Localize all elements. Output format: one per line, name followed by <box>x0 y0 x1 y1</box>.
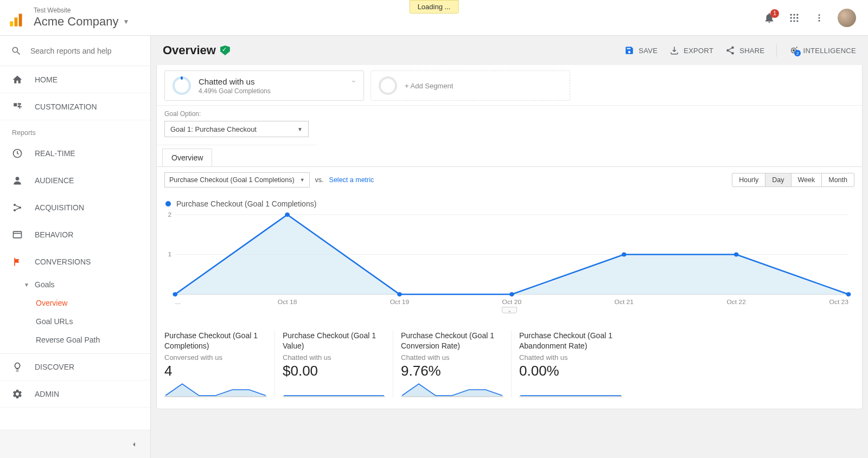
bulb-icon <box>12 362 23 372</box>
search-icon <box>11 46 22 56</box>
segment-card[interactable]: Chatted with us 4.49% Goal Completions ⌄ <box>164 70 364 101</box>
svg-text:2: 2 <box>168 211 171 217</box>
svg-text:Oct 22: Oct 22 <box>726 299 746 305</box>
nav-home[interactable]: HOME <box>0 66 150 93</box>
metric-card[interactable]: Purchase Checkout (Goal 1 Conversion Rat… <box>401 331 512 398</box>
nav-label: CONVERSIONS <box>35 257 91 266</box>
nav-label: ADMIN <box>35 390 59 398</box>
search-bar[interactable] <box>0 36 150 66</box>
add-segment-button[interactable]: + Add Segment <box>371 70 570 101</box>
nav-admin[interactable]: ADMIN <box>0 380 150 408</box>
svg-point-11 <box>796 20 798 22</box>
svg-point-9 <box>790 20 792 22</box>
add-segment-label: + Add Segment <box>405 82 453 90</box>
svg-point-19 <box>16 177 20 180</box>
nav-label: Goals <box>35 280 55 289</box>
gear-icon <box>12 389 23 399</box>
nav-goals-overview[interactable]: Overview <box>0 294 150 312</box>
nav-acquisition[interactable]: ACQUISITION <box>0 194 150 221</box>
caret-down-icon: ▼ <box>123 18 130 25</box>
nav-realtime[interactable]: REAL-TIME <box>0 140 150 167</box>
nav-behavior[interactable]: BEHAVIOR <box>0 221 150 248</box>
metric-dropdown[interactable]: Purchase Checkout (Goal 1 Completions) ▼ <box>164 172 310 188</box>
person-icon <box>12 175 23 186</box>
svg-rect-16 <box>18 103 21 105</box>
svg-point-24 <box>731 47 734 49</box>
svg-text:Oct 18: Oct 18 <box>278 299 297 305</box>
shield-verified-icon <box>220 46 230 55</box>
granularity-month[interactable]: Month <box>821 173 854 186</box>
svg-point-14 <box>819 20 820 21</box>
card-value: 9.76% <box>401 363 503 379</box>
nav-customization[interactable]: CUSTOMIZATION <box>0 93 150 120</box>
legend-dot-icon <box>165 201 171 207</box>
home-icon <box>12 74 23 85</box>
nav-discover[interactable]: DISCOVER <box>0 353 150 380</box>
svg-text:Oct 23: Oct 23 <box>829 299 849 305</box>
sparkline <box>164 382 267 398</box>
main-content: Overview SAVE EXPORT SHARE <box>151 36 868 458</box>
nav-goals[interactable]: ▼ Goals <box>0 275 150 294</box>
svg-point-6 <box>790 17 792 18</box>
card-value: 0.00% <box>519 363 622 379</box>
svg-rect-15 <box>14 103 17 106</box>
save-button[interactable]: SAVE <box>624 46 658 55</box>
svg-point-36 <box>397 292 402 296</box>
tabs: Overview <box>157 145 862 167</box>
nav-label: DISCOVER <box>35 363 74 371</box>
dropdown-value: Goal 1: Purchase Checkout <box>170 125 257 133</box>
action-label: INTELLIGENCE <box>803 47 856 55</box>
metric-card[interactable]: Purchase Checkout (Goal 1 Completions) C… <box>164 331 275 398</box>
svg-rect-1 <box>15 17 18 26</box>
chart-legend-label: Purchase Checkout (Goal 1 Completions) <box>176 199 316 208</box>
svg-point-13 <box>819 17 820 18</box>
nav-reverse-goal-path[interactable]: Reverse Goal Path <box>0 331 150 349</box>
share-button[interactable]: SHARE <box>725 46 764 55</box>
analytics-icon <box>9 12 24 28</box>
collapse-sidebar-button[interactable] <box>0 430 150 458</box>
caret-down-icon: ▼ <box>300 177 305 183</box>
intelligence-button[interactable]: 2 INTELLIGENCE <box>789 46 856 55</box>
nav-label: ACQUISITION <box>35 203 84 212</box>
card-subtitle: Chatted with us <box>283 353 385 362</box>
svg-point-40 <box>846 292 851 296</box>
select-metric-link[interactable]: Select a metric <box>329 176 374 184</box>
chart-expand-handle[interactable]: ⌄ <box>502 307 517 313</box>
nav-label: Overview <box>36 299 67 307</box>
ga-logo <box>7 8 26 28</box>
property-selector[interactable]: Test Website Acme Company ▼ <box>34 7 129 29</box>
action-label: SAVE <box>639 47 658 55</box>
card-title: Purchase Checkout (Goal 1 Completions) <box>164 331 267 351</box>
flag-icon <box>12 256 23 267</box>
segment-title: Chatted with us <box>199 77 271 86</box>
goal-option-dropdown[interactable]: Goal 1: Purchase Checkout ▼ <box>164 121 309 137</box>
nav-conversions[interactable]: CONVERSIONS <box>0 248 150 275</box>
granularity-day[interactable]: Day <box>765 173 790 186</box>
notifications-icon[interactable]: 1 <box>763 11 776 24</box>
avatar[interactable] <box>838 9 856 27</box>
nav-goal-urls[interactable]: Goal URLs <box>0 312 150 331</box>
account-name: Acme Company <box>34 15 119 29</box>
search-input[interactable] <box>30 47 139 55</box>
metric-card[interactable]: Purchase Checkout (Goal 1 Abandonment Ra… <box>519 331 630 398</box>
customization-icon <box>12 102 23 112</box>
svg-point-3 <box>790 14 792 15</box>
export-button[interactable]: EXPORT <box>669 46 713 55</box>
tab-overview[interactable]: Overview <box>162 149 212 166</box>
svg-point-35 <box>285 212 290 217</box>
svg-text:Oct 19: Oct 19 <box>390 299 410 305</box>
card-title: Purchase Checkout (Goal 1 Abandonment Ra… <box>519 331 622 351</box>
card-value: 4 <box>164 363 267 379</box>
segment-donut-icon <box>173 76 191 95</box>
segment-subtitle: 4.49% Goal Completions <box>199 87 271 95</box>
granularity-week[interactable]: Week <box>791 173 822 186</box>
nav-audience[interactable]: AUDIENCE <box>0 167 150 194</box>
sparkline <box>401 382 503 398</box>
nav-label: CUSTOMIZATION <box>35 102 97 111</box>
apps-icon[interactable] <box>788 11 801 24</box>
metric-card[interactable]: Purchase Checkout (Goal 1 Value) Chatted… <box>283 331 393 398</box>
svg-point-4 <box>793 14 795 15</box>
more-icon[interactable] <box>813 11 826 24</box>
svg-point-8 <box>796 17 798 18</box>
granularity-hourly[interactable]: Hourly <box>732 173 765 186</box>
